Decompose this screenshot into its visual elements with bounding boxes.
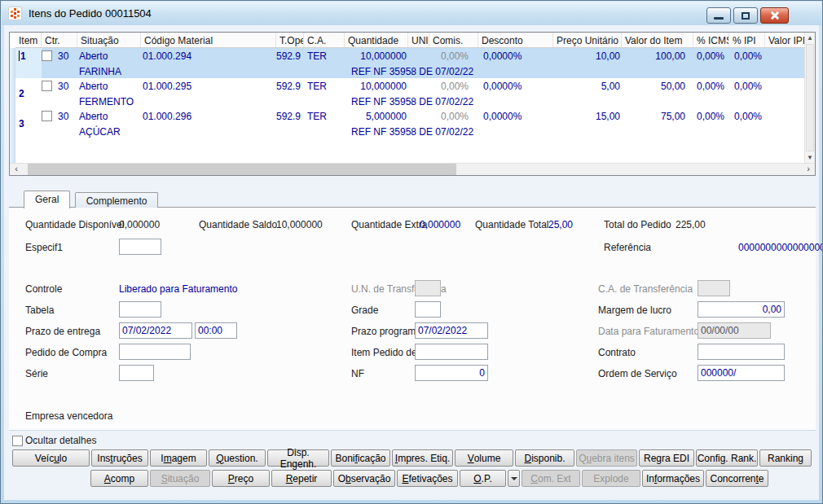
bonificacao-button[interactable]: Bonificação: [331, 449, 390, 467]
column-header[interactable]: Comis.: [429, 33, 478, 47]
grid-body: 130AbertoFARINHA01.000.294592.9TER10,000…: [15, 48, 806, 163]
cell-preco-unitario-text: 5,00: [601, 81, 620, 92]
column-header[interactable]: T.Oper.: [276, 33, 304, 47]
pedido-compra-input[interactable]: [119, 344, 191, 360]
scroll-left-icon[interactable]: ‹: [10, 164, 23, 175]
serie-input[interactable]: [119, 365, 154, 381]
cell-ipi-text: 0,00%: [734, 50, 762, 62]
efetivacoes-button[interactable]: Efetivações: [397, 470, 458, 487]
volume-button[interactable]: Volume: [455, 449, 513, 467]
cell-uni: [408, 108, 429, 124]
observacao-button[interactable]: Observação: [333, 470, 395, 487]
restore-button[interactable]: [733, 7, 758, 24]
total-pedido-value: 225,00: [676, 219, 706, 230]
cell-desconto-text: 0,0000%: [483, 111, 522, 122]
client-area: ItemCtr.SituaçãoCódigo MaterialT.Oper.C.…: [4, 25, 819, 500]
disp-engenh-button[interactable]: Disp. Engenh.: [267, 449, 329, 467]
especif1-input[interactable]: [119, 239, 161, 255]
item-pedido-compra-input[interactable]: [415, 344, 488, 360]
row-selector-margin: [10, 48, 15, 163]
prazo-programado-input[interactable]: [415, 322, 488, 339]
imagem-button[interactable]: Imagem: [150, 449, 207, 467]
grid-row-2[interactable]: 230AbertoFERMENTO01.000.295592.9TER10,00…: [15, 78, 806, 108]
op-button[interactable]: O.P.: [460, 470, 506, 487]
column-header[interactable]: Ctr.: [42, 33, 77, 47]
cell-situacao: Aberto: [77, 48, 141, 64]
nf-input[interactable]: [415, 365, 488, 381]
column-header[interactable]: Preço Unitário: [553, 33, 622, 47]
column-header[interactable]: Código Material: [141, 33, 276, 47]
config-rank-button[interactable]: Config. Rank.: [696, 449, 758, 467]
row-checkbox[interactable]: [42, 50, 52, 61]
tab-complemento[interactable]: Complemento: [75, 192, 159, 208]
grade-input[interactable]: [415, 301, 441, 318]
concorrente-button[interactable]: Concorrente: [706, 470, 768, 487]
disponib-button[interactable]: Disponib.: [515, 449, 574, 467]
column-header[interactable]: % ICMS: [693, 33, 729, 47]
question-button[interactable]: Question.: [209, 449, 266, 467]
ordem-servico-input[interactable]: [698, 365, 785, 381]
vertical-scroll-thumb[interactable]: [806, 44, 814, 151]
column-header[interactable]: % IPI: [729, 33, 765, 47]
ocultar-detalhes-checkbox[interactable]: [12, 436, 23, 446]
contrato-input[interactable]: [698, 344, 785, 360]
cell-comis: 0,00%: [429, 108, 478, 124]
ranking-button[interactable]: Ranking: [759, 449, 812, 467]
op-dropdown-button[interactable]: [508, 470, 520, 487]
qtd-total-label: Quantidade Total: [475, 219, 549, 230]
grid-row-3[interactable]: 330AbertoAÇÚCAR01.000.296592.9TER5,00000…: [15, 108, 806, 138]
titlebar[interactable]: Itens do Pedido 00011504: [2, 2, 821, 25]
dropdown-arrow-icon: [511, 477, 517, 480]
impres-etiq-button[interactable]: Impres. Etiq.: [392, 449, 453, 467]
tabela-input[interactable]: [119, 301, 161, 318]
minimize-button[interactable]: [706, 7, 731, 24]
controle-label: Controle: [25, 283, 62, 295]
tab-geral[interactable]: Geral: [24, 191, 70, 208]
cell-preco-unitario-text: 10,00: [596, 50, 620, 62]
close-button[interactable]: [760, 7, 789, 24]
scroll-down-icon[interactable]: ▼: [805, 152, 815, 163]
regra-edi-button[interactable]: Regra EDI: [639, 449, 694, 467]
cell-situacao-text: Aberto: [79, 81, 108, 92]
cell-ref-nf: REF NF 35958 DE 07/02/22: [345, 64, 553, 78]
informacoes-button[interactable]: Informações: [642, 470, 704, 487]
un-transferencia-input: [415, 280, 441, 296]
preco-button[interactable]: Preço: [212, 470, 270, 487]
horizontal-scroll-track[interactable]: [23, 164, 802, 175]
scroll-right-icon[interactable]: ›: [802, 164, 815, 175]
cell-ipi-text: 0,00%: [734, 81, 762, 92]
row-checkbox[interactable]: [42, 81, 52, 91]
column-header[interactable]: UNI: [408, 33, 429, 47]
prazo-entrega-hora-input[interactable]: [195, 322, 237, 339]
margem-lucro-input[interactable]: [698, 301, 785, 318]
column-header[interactable]: C.A.: [304, 33, 345, 47]
column-header[interactable]: Valor IPI: [765, 33, 806, 47]
acomp-button[interactable]: Acomp: [90, 470, 148, 487]
cell-uni: [408, 48, 429, 64]
scroll-up-icon[interactable]: ▲: [805, 33, 815, 43]
cell-ref-nf-text: REF NF 35958 DE 07/02/22: [351, 126, 473, 138]
cell-material-name: AÇÚCAR: [77, 124, 141, 138]
app-icon: [8, 7, 22, 20]
repetir-button[interactable]: Repetir: [271, 470, 332, 487]
grid-row-1[interactable]: 130AbertoFARINHA01.000.294592.9TER10,000…: [15, 48, 806, 78]
column-header[interactable]: Valor do Item: [622, 33, 693, 47]
instrucoes-button[interactable]: Instruções: [91, 449, 148, 467]
grade-label: Grade: [351, 305, 378, 316]
prazo-entrega-data-input[interactable]: [119, 322, 192, 339]
horizontal-scrollbar[interactable]: ‹ ›: [10, 163, 815, 175]
column-header[interactable]: Item: [15, 33, 42, 47]
vertical-scrollbar[interactable]: ▲ ▼: [804, 33, 815, 163]
cell-toper: 592.9: [276, 78, 304, 94]
row-checkbox[interactable]: [42, 111, 52, 121]
pedido-compra-label: Pedido de Compra: [25, 347, 107, 358]
column-header[interactable]: Situação: [77, 33, 141, 47]
column-header[interactable]: Quantidade: [345, 33, 408, 47]
cell-quantidade-text: 10,000000: [360, 81, 407, 92]
column-header[interactable]: Desconto: [478, 33, 553, 47]
cell-ca-text: TER: [307, 50, 327, 62]
nf-label: NF: [351, 368, 364, 379]
veiculo-button[interactable]: Veículo: [12, 449, 90, 467]
cell-ctr: 30: [42, 78, 77, 94]
horizontal-scroll-thumb[interactable]: [28, 164, 456, 175]
